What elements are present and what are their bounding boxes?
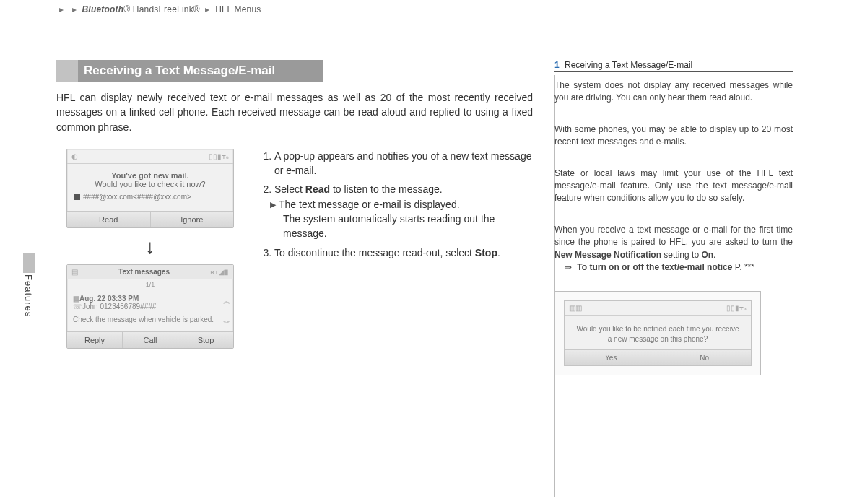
popup-read-button[interactable]: Read (67, 212, 150, 227)
device-screen-message: ▤ Text messages ʙᴛ◢▮ 1/1 ︽ ▦ Aug. 22 03:… (66, 264, 234, 349)
arrow-down-icon: ↓ (56, 235, 244, 258)
sidebar-column: 1 Receiving a Text Message/E-mail The sy… (554, 60, 793, 375)
message-from: John 0123456789#### (82, 303, 156, 310)
calendar-icon: ▦ (73, 295, 79, 303)
chevron-right-icon: ▸ (72, 4, 77, 14)
status-icon-left: ▥▥ (569, 304, 582, 312)
popup-ignore-button[interactable]: Ignore (150, 212, 234, 227)
sidebar-header: 1 Receiving a Text Message/E-mail (554, 60, 793, 72)
sidebar-crossref-link[interactable]: To turn on or off the text/e-mail notice (577, 262, 732, 272)
confirm-no-button[interactable]: No (658, 350, 752, 365)
popup-sender-address: ####@xxx.com<####@xxx.com> (74, 193, 226, 201)
intro-paragraph: HFL can display newly received text or e… (56, 90, 533, 134)
message-page-indicator: 1/1 (146, 281, 155, 288)
chevron-right-icon: ▸ (59, 4, 64, 14)
side-tab-label: Features (23, 274, 34, 317)
breadcrumb-section-rest: ® HandsFreeLink® (123, 4, 200, 14)
message-date: Aug. 22 03:33 PM (79, 295, 139, 303)
popup-line2: Would you like to check it now? (74, 180, 226, 188)
status-icon-left: ◐ (71, 152, 78, 160)
popup-line1: You've got new mail. (74, 171, 226, 180)
header-divider (51, 25, 793, 25)
manual-page: ▸ ▸ Bluetooth® HandsFreeLink® ▸ HFL Menu… (0, 0, 844, 504)
breadcrumb-page: HFL Menus (215, 4, 261, 14)
sidebar-note-2: With some phones, you may be able to dis… (554, 123, 793, 149)
scroll-down-icon[interactable]: ︾ (223, 318, 230, 329)
step-2: Select Read to listen to the message. ▶T… (274, 182, 533, 240)
chevron-right-icon: ▸ (205, 4, 209, 14)
device-screen-confirm: ▥▥ ▯▯▮ᴛₐ Would you like to be notified e… (564, 300, 752, 366)
steps-list: A pop-up appears and notifies you of a n… (258, 149, 533, 356)
breadcrumb-section-italic: Bluetooth (82, 4, 124, 14)
step-3: To discontinue the message read-out, sel… (274, 246, 533, 260)
section-header: Receiving a Text Message/E-mail (56, 60, 323, 82)
status-icon-right: ▯▯▮ᴛₐ (209, 152, 229, 160)
section-header-marker (56, 60, 78, 82)
message-reply-button[interactable]: Reply (67, 332, 122, 348)
confirm-yes-button[interactable]: Yes (565, 350, 658, 365)
message-call-button[interactable]: Call (122, 332, 178, 348)
message-body: Check the message when vehicle is parked… (73, 315, 227, 324)
link-arrow-icon: ⇒ (565, 262, 572, 272)
sidebar-note-3: State or local laws may limit your use o… (554, 168, 793, 205)
message-screen-title: Text messages (118, 268, 170, 276)
bt-signal-icon: ʙᴛ◢▮ (210, 268, 229, 276)
list-icon: ▤ (71, 268, 78, 276)
message-stop-button[interactable]: Stop (178, 332, 233, 348)
step-1: A pop-up appears and notifies you of a n… (274, 149, 533, 178)
sidebar-note-4: When you receive a text message or e-mai… (554, 224, 793, 274)
triangle-right-icon: ▶ (270, 199, 276, 211)
breadcrumb: ▸ ▸ Bluetooth® HandsFreeLink® ▸ HFL Menu… (56, 0, 788, 14)
main-column: Receiving a Text Message/E-mail HFL can … (56, 60, 533, 375)
status-icon-right: ▯▯▮ᴛₐ (726, 304, 747, 312)
phone-icon: ☏ (73, 303, 82, 310)
device-screen-confirm-box: ▥▥ ▯▯▮ᴛₐ Would you like to be notified e… (554, 291, 761, 375)
sidebar-title: Receiving a Text Message/E-mail (565, 60, 692, 70)
scroll-up-icon[interactable]: ︽ (223, 296, 230, 306)
side-tab-marker (23, 253, 35, 273)
section-title: Receiving a Text Message/E-mail (84, 64, 275, 78)
square-icon (74, 194, 80, 200)
device-screen-popup: ◐ ▯▯▮ᴛₐ You've got new mail. Would you l… (66, 149, 234, 228)
confirm-prompt: Would you like to be notified each time … (565, 316, 751, 349)
sidebar-index: 1 (554, 60, 560, 70)
sidebar-note-1: The system does not display any received… (554, 79, 793, 105)
screenshots-column: ◐ ▯▯▮ᴛₐ You've got new mail. Would you l… (56, 149, 244, 356)
